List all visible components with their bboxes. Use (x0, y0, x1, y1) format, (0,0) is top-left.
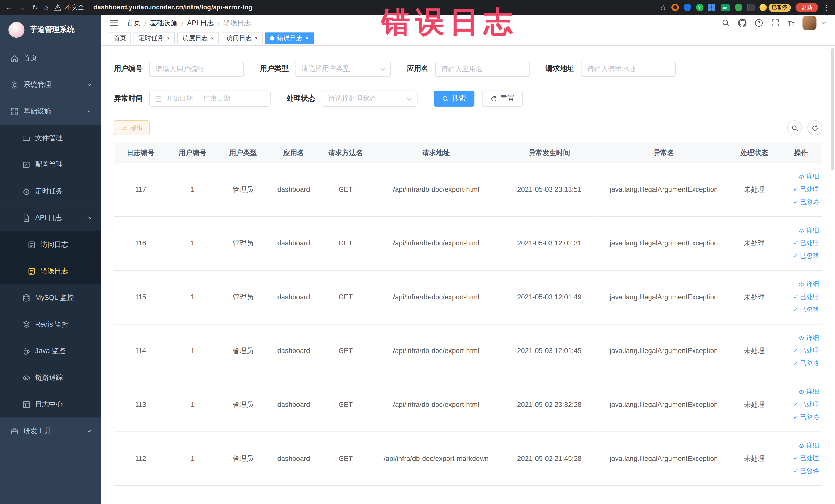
sidebar-item-trace[interactable]: 链路追踪 (0, 364, 101, 391)
sidebar-item-config-manage[interactable]: 配置管理 (0, 151, 101, 178)
cell-user-type: 管理员 (218, 163, 268, 217)
sidebar-item-file-manage[interactable]: 文件管理 (0, 124, 101, 151)
app-logo-block[interactable]: 芋道管理系统 (0, 15, 101, 45)
page-scrollbar[interactable] (831, 48, 834, 170)
detail-link[interactable]: 详细 (798, 226, 819, 235)
app-name-input[interactable] (435, 61, 530, 77)
ignore-link[interactable]: ✓ 已忽略 (793, 413, 819, 422)
process-link[interactable]: ✓ 已处理 (793, 454, 819, 463)
infra-grid-icon (11, 107, 19, 115)
extension-icon-on[interactable]: on (720, 4, 730, 11)
detail-link[interactable]: 详细 (798, 441, 819, 450)
avatar-caret-icon[interactable] (821, 20, 827, 26)
process-link[interactable]: ✓ 已处理 (793, 239, 819, 247)
sidebar-item-home[interactable]: 首页 (0, 45, 101, 72)
ignore-link[interactable]: ✓ 已忽略 (793, 198, 819, 207)
filter-row-1: 用户编号 用户类型 请选择用户类型 应用名 (114, 61, 822, 77)
breadcrumb: 首页 / 基础设施 / API 日志 / 错误日志 (127, 18, 251, 28)
user-id-input[interactable] (149, 61, 244, 77)
refresh-table-button[interactable] (807, 120, 822, 135)
toggle-search-button[interactable] (787, 120, 802, 135)
browser-menu-icon[interactable]: ⋮ (823, 3, 830, 11)
tab-error-log[interactable]: 错误日志× (265, 32, 314, 44)
sidebar-item-system[interactable]: 系统管理 (0, 72, 101, 98)
tab-close-icon[interactable]: × (210, 35, 214, 41)
reset-button[interactable]: 重置 (482, 90, 523, 106)
process-link-label: 已处理 (800, 293, 819, 301)
ignore-link[interactable]: ✓ 已忽略 (793, 305, 819, 314)
font-size-icon[interactable]: TT (787, 20, 794, 26)
user-type-select[interactable]: 请选择用户类型 (295, 61, 391, 77)
extension-icon-pin[interactable] (747, 4, 754, 11)
help-icon[interactable]: ? (754, 19, 763, 27)
breadcrumb-api-log[interactable]: API 日志 (187, 18, 214, 28)
extension-icon-squares[interactable] (708, 4, 715, 11)
tab-close-icon[interactable]: × (167, 35, 170, 41)
extension-icon-green[interactable]: Y (696, 4, 703, 11)
detail-link-label: 详细 (806, 334, 819, 343)
sidebar-item-mysql-monitor[interactable]: MySQL 监控 (0, 284, 101, 311)
sidebar-item-log-center[interactable]: 日志中心 (0, 391, 101, 418)
back-icon[interactable]: ← (5, 4, 13, 11)
sidebar-item-redis-monitor[interactable]: Redis 监控 (0, 311, 101, 338)
filter-label: 处理状态 (286, 94, 315, 103)
svg-text:?: ? (757, 20, 760, 25)
cell-app-name: dashboard (268, 324, 319, 378)
tab-label: 调度日志 (182, 34, 208, 43)
detail-link[interactable]: 详细 (798, 334, 819, 343)
tab-home[interactable]: 首页 (108, 32, 131, 44)
breadcrumb-separator: / (144, 19, 146, 27)
detail-link[interactable]: 详细 (798, 172, 819, 181)
date-range-picker[interactable]: 开始日期 - 结束日期 (149, 90, 270, 106)
user-avatar[interactable] (802, 16, 816, 30)
ignore-link[interactable]: ✓ 已忽略 (793, 359, 819, 368)
extension-icon-blue[interactable] (684, 4, 691, 11)
cell-request-url: /api/infra/db-doc/export-html (372, 270, 500, 324)
tab-cron-job[interactable]: 定时任务× (134, 32, 175, 44)
detail-link[interactable]: 详细 (798, 387, 819, 396)
breadcrumb-infra[interactable]: 基础设施 (150, 18, 178, 28)
sidebar-item-dev-tools[interactable]: 研发工具 (0, 418, 101, 444)
export-button[interactable]: 导出 (114, 120, 150, 135)
fullscreen-icon[interactable] (771, 19, 779, 27)
sidebar-item-error-log[interactable]: 错误日志 (0, 258, 101, 284)
sidebar-item-api-log[interactable]: API 日志 (0, 205, 101, 231)
forward-icon[interactable]: → (19, 4, 26, 11)
extension-icon-red[interactable] (671, 4, 679, 11)
github-icon[interactable] (738, 19, 746, 27)
sidebar-item-java-monitor[interactable]: Java 监控 (0, 338, 101, 364)
tab-access-log[interactable]: 访问日志× (222, 32, 263, 44)
process-status-select[interactable]: 请选择处理状态 (322, 90, 418, 106)
tab-close-icon[interactable]: × (254, 35, 258, 41)
request-url-input[interactable] (581, 61, 675, 77)
cell-log-id: 114 (114, 324, 167, 378)
ignore-link[interactable]: ✓ 已忽略 (793, 251, 819, 260)
ignore-link[interactable]: ✓ 已忽略 (793, 466, 819, 476)
paused-extension[interactable]: 已暂停 (759, 3, 791, 11)
table-body: 117 1 管理员 dashboard GET /api/infra/db-do… (114, 163, 822, 485)
browser-update-button[interactable]: 更新 (795, 3, 818, 12)
table-row: 112 1 管理员 dashboard GET /api/infra/db-do… (114, 431, 822, 485)
process-link[interactable]: ✓ 已处理 (793, 185, 819, 194)
breadcrumb-home[interactable]: 首页 (127, 18, 141, 28)
process-link[interactable]: ✓ 已处理 (793, 346, 819, 355)
tab-close-icon[interactable]: × (305, 35, 308, 41)
extension-icon-leaf[interactable] (735, 4, 742, 11)
sidebar-item-access-log[interactable]: 访问日志 (0, 231, 101, 258)
sidebar-item-infra[interactable]: 基础设施 (0, 98, 101, 125)
cell-request-url: /api/infra/db-doc/export-html (372, 378, 500, 431)
process-link[interactable]: ✓ 已处理 (793, 293, 819, 301)
process-link[interactable]: ✓ 已处理 (793, 400, 819, 409)
home-icon[interactable]: ⌂ (44, 4, 49, 11)
sidebar-item-cron-job[interactable]: 定时任务 (0, 178, 101, 205)
address-bar[interactable]: 不安全 | dashboard.yudao.iocoder.cn/infra/l… (55, 3, 252, 12)
tab-schedule-log[interactable]: 调度日志× (178, 32, 219, 44)
search-button[interactable]: 搜索 (433, 90, 475, 106)
hamburger-icon[interactable] (109, 19, 119, 27)
filter-label: 用户编号 (114, 64, 143, 74)
detail-link[interactable]: 详细 (798, 280, 819, 288)
search-icon[interactable] (721, 19, 730, 27)
bookmark-star-icon[interactable]: ☆ (660, 4, 666, 11)
reload-icon[interactable]: ↻ (32, 4, 38, 11)
eye-icon (798, 442, 805, 449)
